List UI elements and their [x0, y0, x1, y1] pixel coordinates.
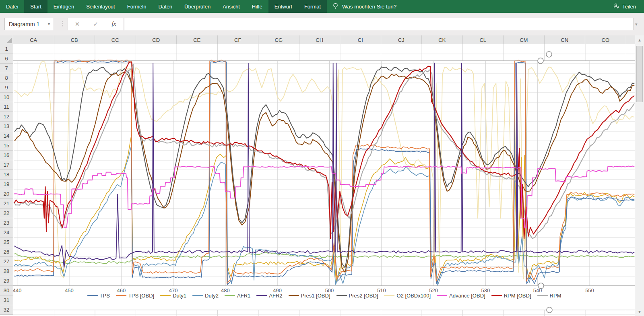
scroll-down-icon[interactable]: ▼ [635, 307, 644, 316]
legend-label: Pres2 [OBD] [349, 293, 378, 299]
row-header-27[interactable]: 27 [0, 257, 13, 266]
column-header-CD[interactable]: CD [136, 35, 177, 44]
formula-bar-separator: ⋮ [60, 20, 66, 27]
legend-swatch [160, 295, 171, 296]
legend-item-pres2-obd-[interactable]: Pres2 [OBD] [336, 293, 378, 299]
row-header-11[interactable]: 11 [0, 102, 13, 112]
row-header-24[interactable]: 24 [0, 228, 13, 238]
ribbon-tab-einfügen[interactable]: Einfügen [47, 0, 80, 13]
legend-item-duty2[interactable]: Duty2 [192, 293, 219, 299]
row-header-8[interactable]: 8 [0, 73, 13, 83]
row-header-9[interactable]: 9 [0, 83, 13, 93]
insert-function-icon[interactable]: fx [111, 21, 116, 27]
legend-label: Duty1 [173, 293, 186, 299]
excel-window: { "ribbon": { "tabs": ["Datei","Start","… [0, 0, 644, 316]
legend-label: Advance [OBD] [449, 293, 485, 299]
row-header-18[interactable]: 18 [0, 170, 13, 180]
row-header-25[interactable]: 25 [0, 238, 13, 247]
column-headers: CACBCCCDCECFCGCHCICJCKCLCMCNCO [0, 35, 635, 45]
row-header-1[interactable]: 1 [0, 44, 13, 54]
ribbon-tab-format[interactable]: Format [298, 0, 327, 13]
row-header-20[interactable]: 20 [0, 189, 13, 199]
legend-swatch [225, 295, 235, 296]
enter-icon[interactable]: ✓ [93, 21, 99, 28]
legend-item-afr1[interactable]: AFR1 [225, 293, 250, 299]
column-header-CA[interactable]: CA [13, 35, 54, 44]
column-header-CF[interactable]: CF [218, 35, 259, 44]
chart-legend[interactable]: TPSTPS [OBD]Duty1Duty2AFR1AFR2Pres1 [OBD… [14, 293, 635, 299]
column-header-CM[interactable]: CM [504, 35, 545, 44]
ribbon-tab-start[interactable]: Start [24, 0, 47, 13]
column-header-CO[interactable]: CO [585, 35, 626, 44]
name-box[interactable]: Diagramm 1 ▾ [4, 18, 53, 30]
row-header-22[interactable]: 22 [0, 209, 13, 218]
cancel-icon[interactable]: ✕ [75, 21, 80, 28]
formula-bar: Diagramm 1 ▾ ⋮ ✕ ✓ fx ▾ [0, 13, 644, 36]
legend-label: RPM [550, 293, 561, 299]
share-label: Teilen [622, 4, 636, 10]
name-box-dropdown-icon[interactable]: ▾ [48, 22, 50, 26]
formula-input[interactable] [124, 18, 634, 30]
ribbon-tab-daten[interactable]: Daten [152, 0, 178, 13]
row-header-26[interactable]: 26 [0, 247, 13, 257]
column-header-CN[interactable]: CN [545, 35, 586, 44]
sheet-grid[interactable] [13, 44, 635, 316]
ribbon-tab-formeln[interactable]: Formeln [121, 0, 153, 13]
column-header-CL[interactable]: CL [463, 35, 504, 44]
row-header-28[interactable]: 28 [0, 266, 13, 276]
scroll-up-icon[interactable]: ▲ [635, 35, 644, 44]
legend-item-o2-obdx100-[interactable]: O2 [OBDx100] [384, 293, 431, 299]
column-header-CJ[interactable]: CJ [381, 35, 422, 44]
row-header-15[interactable]: 15 [0, 141, 13, 151]
column-header-CH[interactable]: CH [299, 35, 341, 44]
row-header-17[interactable]: 17 [0, 160, 13, 170]
column-header-CB[interactable]: CB [54, 35, 95, 44]
ribbon-tab-datei[interactable]: Datei [0, 0, 24, 13]
ribbon-tab-hilfe[interactable]: Hilfe [246, 0, 268, 13]
legend-swatch [256, 295, 267, 296]
legend-label: AFR2 [269, 293, 282, 299]
share-button[interactable]: Teilen [613, 0, 644, 13]
legend-item-afr2[interactable]: AFR2 [256, 293, 282, 299]
row-header-14[interactable]: 14 [0, 131, 13, 141]
row-header-19[interactable]: 19 [0, 180, 13, 189]
ribbon-tab-entwurf[interactable]: Entwurf [268, 0, 298, 13]
legend-item-tps[interactable]: TPS [87, 293, 110, 299]
row-header-21[interactable]: 21 [0, 199, 13, 209]
row-header-12[interactable]: 12 [0, 112, 13, 122]
legend-item-advance-obd-[interactable]: Advance [OBD] [437, 293, 485, 299]
row-header-23[interactable]: 23 [0, 218, 13, 228]
row-header-6[interactable]: 6 [0, 54, 13, 64]
row-headers: 1678910111213141516171819202122232425262… [0, 44, 13, 315]
legend-label: TPS [100, 293, 110, 299]
legend-item-duty1[interactable]: Duty1 [160, 293, 186, 299]
row-header-13[interactable]: 13 [0, 122, 13, 131]
ribbon-tab-seitenlayout[interactable]: Seitenlayout [80, 0, 121, 13]
legend-swatch [192, 295, 203, 296]
column-header-CE[interactable]: CE [177, 35, 218, 44]
row-header-7[interactable]: 7 [0, 64, 13, 73]
ribbon-tabs: DateiStartEinfügenSeitenlayoutFormelnDat… [0, 0, 268, 13]
legend-item-rpm-obd-[interactable]: RPM [OBD] [491, 293, 531, 299]
select-all-corner[interactable] [0, 35, 13, 44]
legend-label: Duty2 [205, 293, 219, 299]
column-header-CC[interactable]: CC [95, 35, 136, 44]
ribbon-tab-ansicht[interactable]: Ansicht [217, 0, 246, 13]
column-header-CG[interactable]: CG [258, 35, 299, 44]
legend-item-pres1-obd-[interactable]: Pres1 [OBD] [289, 293, 330, 299]
legend-item-tps-obd-[interactable]: TPS [OBD] [116, 293, 154, 299]
legend-item-rpm[interactable]: RPM [537, 293, 561, 299]
row-header-29[interactable]: 29 [0, 276, 13, 286]
scrollbar-thumb[interactable] [636, 46, 643, 102]
legend-swatch [116, 295, 126, 296]
column-header-CI[interactable]: CI [340, 35, 381, 44]
ribbon-tab-überprüfen[interactable]: Überprüfen [178, 0, 217, 13]
column-header-CK[interactable]: CK [422, 35, 463, 44]
tell-me-box[interactable]: Was möchten Sie tun? [327, 0, 402, 13]
vertical-scrollbar[interactable]: ▲ ▼ [635, 35, 644, 316]
row-header-10[interactable]: 10 [0, 93, 13, 102]
row-header-31[interactable]: 31 [0, 295, 13, 305]
formula-bar-expand-icon[interactable]: ▾ [635, 22, 638, 27]
row-header-16[interactable]: 16 [0, 151, 13, 160]
row-header-32[interactable]: 32 [0, 305, 13, 315]
